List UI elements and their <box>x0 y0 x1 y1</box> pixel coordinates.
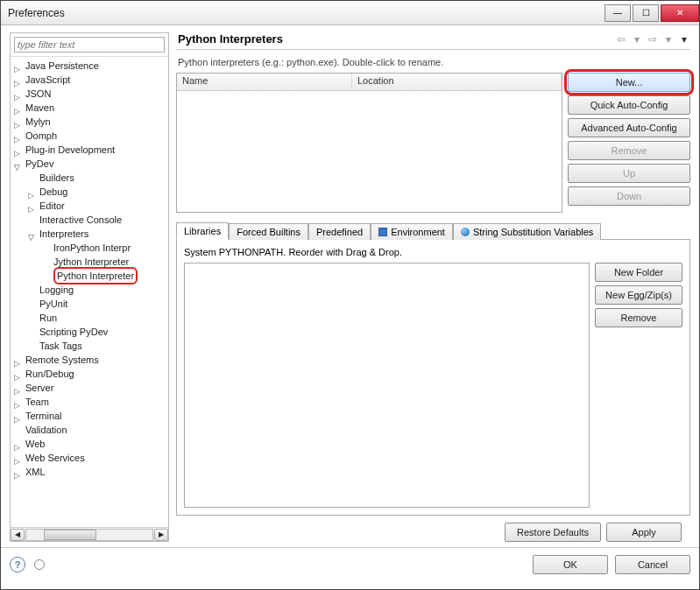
tree-item[interactable]: Maven <box>11 101 168 115</box>
expand-arrow-icon[interactable] <box>14 355 24 365</box>
view-menu-icon[interactable]: ▾ <box>678 33 690 46</box>
expand-arrow-icon[interactable] <box>14 383 24 393</box>
tree-item[interactable]: Oomph <box>11 129 168 143</box>
up-button[interactable]: Up <box>568 164 690 183</box>
preferences-tree[interactable]: Java PersistenceJavaScriptJSONMavenMylyn… <box>11 57 168 527</box>
expand-arrow-icon[interactable] <box>14 89 24 99</box>
expand-arrow-icon[interactable] <box>14 397 24 407</box>
back-menu-icon[interactable]: ▾ <box>631 33 643 46</box>
tree-item[interactable]: PyDev <box>11 157 168 171</box>
tree-item[interactable]: Remote Systems <box>11 353 168 367</box>
expand-arrow-icon[interactable] <box>14 369 24 379</box>
cancel-button[interactable]: Cancel <box>615 555 690 574</box>
expand-arrow-icon[interactable] <box>14 159 24 169</box>
tree-item[interactable]: Web Services <box>11 451 168 465</box>
tree-item[interactable]: Mylyn <box>11 115 168 129</box>
tree-item[interactable]: Task Tags <box>11 339 168 353</box>
tree-item[interactable]: JavaScript <box>11 73 168 87</box>
ok-button[interactable]: OK <box>533 555 608 574</box>
maximize-button[interactable] <box>633 4 659 22</box>
tree-item[interactable]: Builders <box>11 171 168 185</box>
tab-environment[interactable]: Environment <box>371 223 453 240</box>
tree-item-label: Run/Debug <box>25 367 74 381</box>
tree-item[interactable]: Web <box>11 437 168 451</box>
tree-item[interactable]: Interpreters <box>11 227 168 241</box>
column-location[interactable]: Location <box>352 74 562 90</box>
back-icon[interactable]: ⇦ <box>615 33 627 46</box>
tree-item-label: Team <box>25 395 49 409</box>
tree-item[interactable]: Debug <box>11 185 168 199</box>
tree-item[interactable]: Interactive Console <box>11 213 168 227</box>
tree-item[interactable]: Logging <box>11 283 168 297</box>
new-egg-zip-button[interactable]: New Egg/Zip(s) <box>595 285 682 305</box>
column-name[interactable]: Name <box>177 74 352 90</box>
expand-arrow-icon[interactable] <box>14 103 24 113</box>
expand-arrow-icon[interactable] <box>28 201 38 211</box>
page-description: Python interpreters (e.g.: python.exe). … <box>176 57 690 67</box>
down-button[interactable]: Down <box>568 186 690 206</box>
advanced-auto-config-button[interactable]: Advanced Auto-Config <box>568 118 690 137</box>
restore-defaults-button[interactable]: Restore Defaults <box>505 523 601 542</box>
import-export-icon[interactable] <box>34 559 45 570</box>
expand-arrow-icon[interactable] <box>28 229 38 239</box>
pythonpath-list[interactable] <box>184 263 590 508</box>
tree-item[interactable]: Validation <box>11 423 168 437</box>
expand-arrow-icon[interactable] <box>14 145 24 155</box>
tab-predefined[interactable]: Predefined <box>308 223 371 240</box>
remove-button[interactable]: Remove <box>568 141 690 160</box>
tabs: Libraries Forced Builtins Predefined Env… <box>176 221 690 240</box>
minimize-button[interactable] <box>605 4 631 22</box>
tree-item[interactable]: IronPython Interpr <box>11 241 168 255</box>
expand-arrow-icon[interactable] <box>14 453 24 463</box>
tree-item-label: Interpreters <box>39 227 88 241</box>
tab-string-substitution[interactable]: String Substitution Variables <box>453 223 601 240</box>
help-icon[interactable]: ? <box>10 557 25 572</box>
horizontal-scrollbar[interactable]: ◀ ▶ <box>11 527 168 541</box>
tree-item[interactable]: Editor <box>11 199 168 213</box>
tree-item[interactable]: Run <box>11 311 168 325</box>
expand-arrow-icon[interactable] <box>14 117 24 127</box>
panel-remove-button[interactable]: Remove <box>595 308 682 327</box>
filter-input[interactable] <box>14 37 165 53</box>
tab-libraries[interactable]: Libraries <box>176 222 229 240</box>
tree-item-label: Web <box>25 437 45 451</box>
expand-arrow-icon[interactable] <box>14 467 24 477</box>
tree-item[interactable]: Java Persistence <box>11 59 168 73</box>
dialog-footer: ? OK Cancel <box>1 547 699 581</box>
tree-item[interactable]: Server <box>11 381 168 395</box>
tree-spacer <box>28 313 38 323</box>
scroll-left-button[interactable]: ◀ <box>11 529 25 541</box>
forward-icon[interactable]: ⇨ <box>647 33 659 46</box>
tree-item[interactable]: Plug-in Development <box>11 143 168 157</box>
expand-arrow-icon[interactable] <box>14 131 24 141</box>
tree-item[interactable]: JSON <box>11 87 168 101</box>
tree-item[interactable]: Run/Debug <box>11 367 168 381</box>
tree-item[interactable]: XML <box>11 465 168 479</box>
tree-item[interactable]: Python Interpreter <box>11 269 168 283</box>
scroll-thumb[interactable] <box>44 530 96 540</box>
preferences-tree-panel: Java PersistenceJavaScriptJSONMavenMylyn… <box>10 32 169 542</box>
tree-item[interactable]: Scripting PyDev <box>11 325 168 339</box>
interpreter-buttons: New... Quick Auto-Config Advanced Auto-C… <box>568 73 690 213</box>
tree-item[interactable]: Terminal <box>11 409 168 423</box>
expand-arrow-icon[interactable] <box>14 61 24 71</box>
apply-button[interactable]: Apply <box>606 523 682 542</box>
interpreters-table[interactable]: Name Location <box>176 73 562 213</box>
tree-item[interactable]: PyUnit <box>11 297 168 311</box>
scroll-right-button[interactable]: ▶ <box>154 529 168 541</box>
expand-arrow-icon[interactable] <box>14 75 24 85</box>
tree-item-label: Run <box>39 311 57 325</box>
quick-auto-config-button[interactable]: Quick Auto-Config <box>568 95 690 115</box>
tab-forced-builtins[interactable]: Forced Builtins <box>229 223 308 240</box>
close-button[interactable] <box>661 4 699 22</box>
page-footer-buttons: Restore Defaults Apply <box>176 516 690 542</box>
tree-item-label: JSON <box>25 87 51 101</box>
tree-item-label: PyUnit <box>39 297 67 311</box>
tree-item[interactable]: Team <box>11 395 168 409</box>
expand-arrow-icon[interactable] <box>28 187 38 197</box>
new-folder-button[interactable]: New Folder <box>595 263 682 282</box>
expand-arrow-icon[interactable] <box>14 439 24 449</box>
expand-arrow-icon[interactable] <box>14 411 24 421</box>
new-button[interactable]: New... <box>568 73 690 92</box>
forward-menu-icon[interactable]: ▾ <box>662 33 675 46</box>
